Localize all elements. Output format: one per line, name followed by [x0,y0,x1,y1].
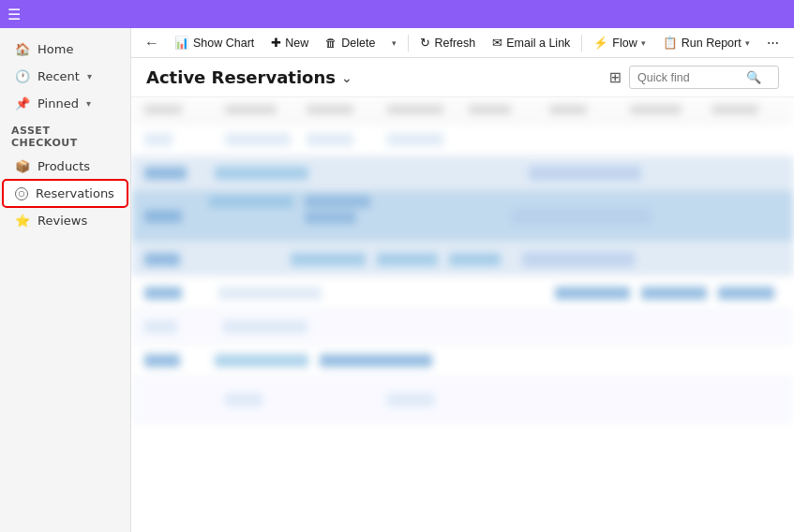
email-link-button[interactable]: ✉ Email a Link [485,32,577,53]
sidebar-item-label: Pinned [37,96,79,111]
trash-icon: 🗑 [325,37,337,50]
quick-find-input[interactable] [637,71,741,84]
col-header-6 [624,101,705,118]
run-report-button[interactable]: 📋 Run Report ▾ [655,32,757,53]
chart-icon: 📊 [174,36,189,50]
col-header-0 [139,101,219,118]
refresh-button[interactable]: ↻ Refresh [412,32,483,53]
table-cell [475,278,549,307]
hamburger-icon[interactable]: ☰ [7,6,21,23]
table-row[interactable] [131,190,794,243]
table-cell [371,244,444,273]
sidebar-item-pinned[interactable]: 📌 Pinned ▾ [4,91,127,116]
table-cell [706,125,787,154]
table-cell [577,346,648,375]
table-cell [139,278,213,307]
pin-icon: 📌 [15,96,30,111]
table-cell [549,278,636,307]
table-cell [401,278,475,307]
page-title: Active Reservations ⌄ [146,67,352,87]
sidebar-item-products[interactable]: 📦 Products [4,154,127,179]
sidebar-item-home[interactable]: 🏠 Home [4,37,127,62]
title-bar-actions: ⊞ 🔍 [609,66,779,89]
title-bar: Active Reservations ⌄ ⊞ 🔍 [131,58,794,97]
table-row[interactable] [131,377,794,422]
show-chart-button[interactable]: 📊 Show Chart [167,32,262,53]
col-header-3 [382,101,462,118]
table-cell [463,125,544,154]
table-cell [219,379,300,420]
data-table [131,97,794,532]
table-row[interactable] [131,276,794,310]
table-row[interactable] [131,310,794,344]
sidebar-item-label: Reservations [36,186,114,200]
search-icon[interactable]: 🔍 [746,70,761,84]
table-cell [463,379,544,420]
chevron-down-icon[interactable]: ⌄ [341,70,352,85]
sidebar-item-reviews[interactable]: ⭐ Reviews [4,208,127,233]
table-cell [640,244,713,273]
table-cell [454,158,524,187]
table-row[interactable] [131,123,794,156]
data-area [131,97,794,532]
table-cell [550,312,629,341]
table-cell [636,278,712,307]
table-cell [544,379,624,420]
table-cell [376,192,441,240]
table-cell [299,192,376,240]
email-icon: ✉ [492,36,502,50]
home-icon: 🏠 [15,42,30,56]
col-header-7 [706,101,787,118]
delete-button[interactable]: 🗑 Delete [318,33,382,53]
table-cell [712,278,787,307]
ellipsis-icon: ⋯ [767,36,779,50]
table-cell [517,244,640,273]
table-cell [327,278,401,307]
table-cell [624,379,705,420]
reservations-icon: ○ [15,187,28,200]
table-cell [301,125,382,154]
filter-icon[interactable]: ⊞ [609,68,622,86]
table-cell [382,379,462,420]
table-cell [301,379,382,420]
sidebar: 🏠 Home 🕐 Recent ▾ 📌 Pinned ▾ Asset Check… [0,28,131,532]
new-button[interactable]: ✚ New [263,32,316,53]
table-row[interactable] [131,156,794,190]
table-row[interactable] [131,243,794,276]
table-cell [139,125,219,154]
table-cell [507,346,577,375]
table-cell [657,192,722,240]
table-cell [217,312,313,341]
table-cell [708,312,787,341]
sidebar-item-reservations[interactable]: ○ Reservations [4,181,127,206]
table-header-row [131,97,794,123]
table-cell [314,346,438,375]
table-cell [313,312,392,341]
table-cell [647,158,717,187]
table-cell [382,125,462,154]
sidebar-item-recent[interactable]: 🕐 Recent ▾ [4,64,127,89]
table-cell [471,312,549,341]
table-cell [706,379,787,420]
separator [581,35,582,52]
delete-chevron-button[interactable]: ▾ [384,35,404,52]
table-cell [139,312,217,341]
sidebar-item-label: Recent [37,69,80,83]
table-cell [383,158,454,187]
sidebar-section-label: Asset Checkout [0,117,130,153]
table-cell [314,158,384,187]
clock-icon: 🕐 [15,69,30,83]
table-cell [139,379,219,420]
table-cell [392,312,471,341]
table-row[interactable] [131,344,794,377]
flow-button[interactable]: ⚡ Flow ▾ [586,32,652,53]
report-icon: 📋 [663,36,678,50]
table-cell [722,192,787,240]
table-cell [717,158,787,187]
more-button[interactable]: ⋯ [759,32,787,53]
col-header-2 [301,101,382,118]
back-button[interactable]: ← [139,35,165,52]
separator [408,35,409,52]
sidebar-item-label: Reviews [37,214,87,228]
table-cell [523,158,647,187]
